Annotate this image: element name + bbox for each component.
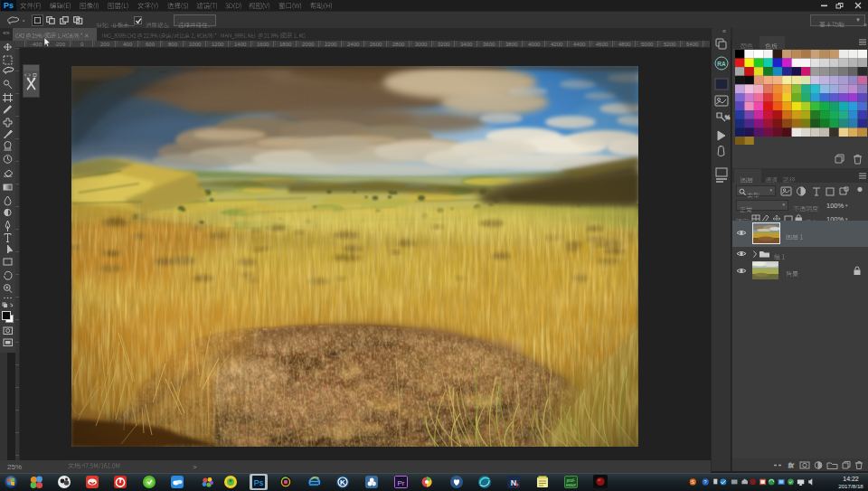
svg-text:N: N [511, 478, 517, 487]
svg-text:S: S [691, 479, 694, 485]
svg-text:K: K [340, 478, 345, 486]
svg-text:Pr: Pr [398, 479, 405, 487]
svg-text:Ps: Ps [254, 478, 264, 487]
svg-text:fx: fx [788, 462, 794, 468]
svg-text:essor: essor [566, 483, 577, 487]
svg-text:RA: RA [717, 61, 726, 67]
svg-text:14:22: 14:22 [843, 476, 859, 482]
svg-text:2017/8/18: 2017/8/18 [838, 483, 863, 489]
svg-text:«: « [722, 28, 726, 34]
svg-text:½: ½ [725, 115, 730, 120]
svg-text:?: ? [704, 479, 707, 485]
